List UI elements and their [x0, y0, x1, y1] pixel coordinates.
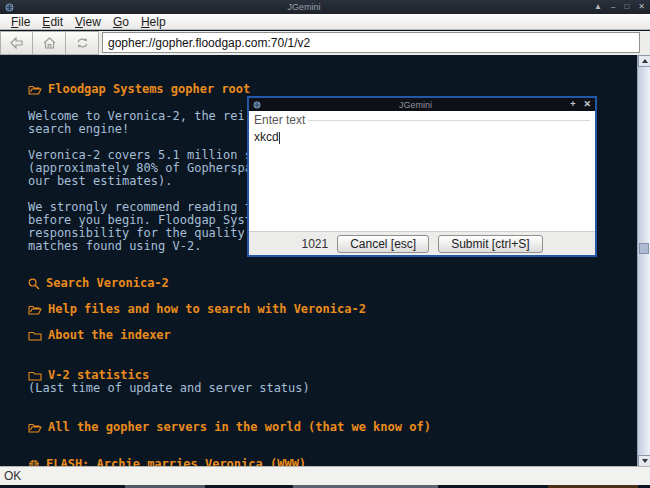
content-text-line: (Last time of update and server status)	[0, 382, 650, 395]
status-text: OK	[4, 469, 21, 483]
home-button[interactable]	[33, 31, 66, 55]
back-arrow-icon	[10, 37, 24, 49]
scroll-up-button[interactable]	[638, 55, 650, 67]
dialog-pin-button[interactable]: +	[570, 98, 575, 111]
folder-open-icon	[28, 422, 42, 433]
back-button[interactable]	[0, 31, 33, 55]
maximize-button[interactable]: □	[624, 0, 629, 14]
scrollbar-thumb[interactable]	[639, 243, 649, 254]
text-cursor	[279, 132, 280, 144]
entered-text[interactable]: xkcd	[254, 130, 590, 144]
text-entry-dialog: JGemini + ✕ Enter text xkcd 1021 Cancel …	[247, 96, 597, 257]
dialog-titlebar[interactable]: JGemini + ✕	[249, 98, 595, 111]
triangle-up-icon	[642, 59, 648, 63]
dialog-globe-icon	[253, 101, 261, 109]
menu-view[interactable]: View	[69, 14, 107, 30]
folder-open-icon	[28, 304, 42, 315]
jgemini-window: JGemini ▲ – □ ✕ File Edit View Go Help	[0, 0, 650, 488]
folder-open-icon	[28, 84, 42, 95]
search-icon	[28, 278, 40, 290]
vertical-scrollbar[interactable]	[637, 55, 650, 467]
status-bar: OK	[0, 466, 650, 485]
gopher-dir-link[interactable]: Floodgap Systems gopher root	[0, 83, 650, 96]
refresh-icon	[76, 37, 89, 49]
window-titlebar[interactable]: JGemini ▲ – □ ✕	[0, 0, 650, 14]
app-globe-icon	[5, 3, 14, 12]
home-icon	[43, 37, 56, 49]
char-count: 1021	[301, 237, 328, 251]
dialog-prompt-label: Enter text	[254, 113, 590, 127]
submit-button[interactable]: Submit [ctrl+S]	[438, 235, 542, 253]
dialog-footer: 1021 Cancel [esc] Submit [ctrl+S]	[249, 231, 595, 255]
menubar: File Edit View Go Help	[0, 14, 650, 30]
cancel-button[interactable]: Cancel [esc]	[337, 235, 429, 253]
minimize-button[interactable]: –	[611, 0, 615, 14]
folder-icon	[28, 330, 42, 341]
menu-file[interactable]: File	[5, 14, 36, 30]
refresh-button[interactable]	[66, 31, 99, 55]
close-button[interactable]: ✕	[638, 0, 645, 14]
folder-icon	[28, 370, 42, 381]
gopher-dir-link[interactable]: About the indexer	[0, 329, 650, 342]
menu-help[interactable]: Help	[135, 14, 172, 30]
menu-edit[interactable]: Edit	[36, 14, 69, 30]
gopher-search-link[interactable]: Search Veronica-2	[0, 277, 650, 290]
menu-go[interactable]: Go	[107, 14, 135, 30]
text-entry-area[interactable]: Enter text xkcd	[249, 111, 595, 231]
dialog-title: JGemini	[261, 100, 570, 110]
shade-window-button[interactable]: ▲	[594, 0, 602, 14]
toolbar	[0, 31, 650, 55]
address-bar-input[interactable]	[102, 32, 640, 53]
gopher-dir-link[interactable]: Help files and how to search with Veroni…	[0, 303, 650, 316]
triangle-down-icon	[642, 459, 648, 463]
gopher-dir-link[interactable]: All the gopher servers in the world (tha…	[0, 421, 650, 434]
dialog-close-button[interactable]: ✕	[583, 98, 591, 111]
window-title: JGemini	[14, 2, 594, 12]
